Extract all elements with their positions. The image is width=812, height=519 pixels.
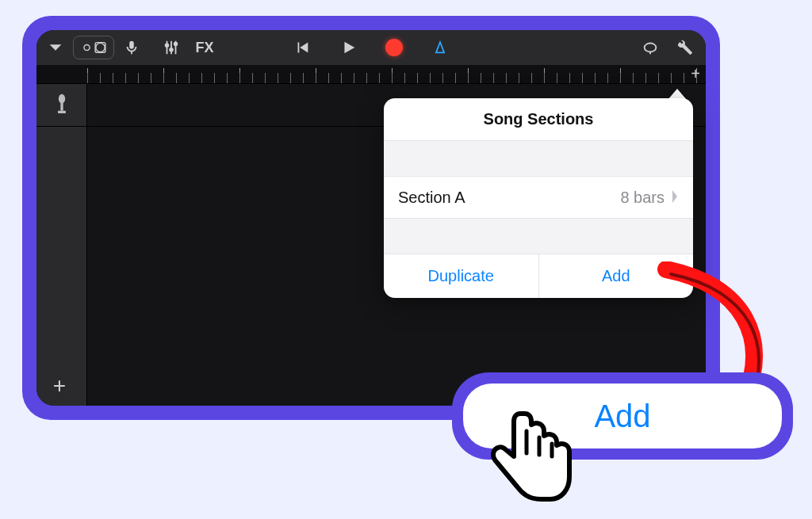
record-icon[interactable] bbox=[380, 35, 408, 60]
section-name-label: Section A bbox=[398, 189, 465, 207]
duplicate-button[interactable]: Duplicate bbox=[384, 254, 538, 298]
microphone-icon[interactable] bbox=[117, 35, 146, 60]
popover-spacer bbox=[384, 141, 693, 176]
svg-rect-11 bbox=[60, 102, 63, 110]
duplicate-label: Duplicate bbox=[428, 267, 494, 285]
add-track-icon[interactable]: + bbox=[48, 374, 71, 398]
loop-icon[interactable] bbox=[636, 35, 665, 60]
popover-actions: Duplicate Add bbox=[384, 254, 693, 298]
svg-point-9 bbox=[645, 44, 657, 52]
add-section-icon[interactable]: + bbox=[688, 67, 703, 81]
metronome-icon[interactable] bbox=[426, 35, 454, 60]
svg-point-0 bbox=[84, 44, 90, 50]
svg-point-4 bbox=[166, 44, 169, 47]
svg-point-10 bbox=[58, 93, 64, 103]
popover-title: Song Sections bbox=[384, 98, 693, 141]
dropdown-icon[interactable] bbox=[41, 35, 70, 60]
add-button[interactable]: Add bbox=[538, 254, 694, 298]
fx-button[interactable]: FX bbox=[189, 35, 220, 60]
section-row[interactable]: Section A 8 bars bbox=[384, 176, 693, 219]
timeline-ruler[interactable]: + bbox=[36, 65, 706, 84]
add-label: Add bbox=[602, 267, 630, 285]
callout-add-button[interactable]: Add bbox=[463, 384, 782, 448]
track-headers bbox=[36, 84, 87, 406]
svg-point-8 bbox=[174, 43, 178, 46]
fx-label: FX bbox=[195, 40, 213, 56]
popover-spacer bbox=[384, 219, 693, 254]
svg-point-6 bbox=[170, 48, 173, 52]
track-instrument-icon[interactable] bbox=[36, 84, 86, 127]
play-icon[interactable] bbox=[334, 35, 362, 60]
callout-bezel: Add bbox=[452, 372, 793, 460]
mixer-sliders-icon[interactable] bbox=[157, 35, 186, 60]
callout-add-label: Add bbox=[594, 399, 650, 434]
camera-switch-icon[interactable] bbox=[73, 36, 114, 59]
svg-rect-12 bbox=[58, 110, 66, 113]
svg-point-1 bbox=[96, 43, 105, 52]
top-toolbar: FX bbox=[36, 30, 706, 65]
section-detail-label: 8 bars bbox=[620, 189, 665, 207]
rewind-icon[interactable] bbox=[288, 35, 316, 60]
chevron-right-icon bbox=[671, 189, 679, 207]
song-sections-popover: Song Sections Section A 8 bars Duplicate… bbox=[384, 98, 693, 298]
settings-wrench-icon[interactable] bbox=[671, 35, 699, 60]
ruler-ticks bbox=[87, 65, 706, 83]
